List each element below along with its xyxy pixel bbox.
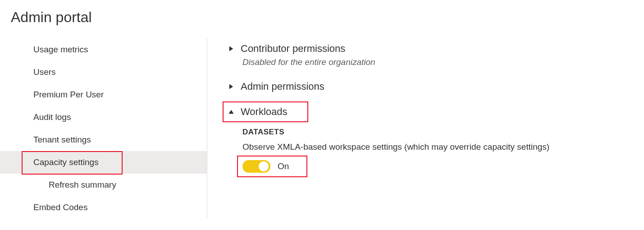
caret-right-icon: [228, 46, 234, 52]
section-status: Disabled for the entire organization: [242, 57, 644, 67]
sidebar: Usage metrics Users Premium Per User Aud…: [0, 38, 207, 219]
sidebar-item-refresh-summary[interactable]: Refresh summary: [0, 174, 207, 196]
caret-right-icon: [228, 83, 234, 90]
datasets-description: Observe XMLA-based workspace settings (w…: [242, 142, 644, 152]
sidebar-item-tenant-settings[interactable]: Tenant settings: [0, 129, 207, 151]
section-workloads: Workloads DATASETS Observe XMLA-based wo…: [228, 106, 644, 173]
sidebar-item-capacity-settings[interactable]: Capacity settings: [0, 151, 207, 174]
section-contributor-permissions: Contributor permissions Disabled for the…: [228, 43, 644, 67]
svg-marker-0: [229, 46, 233, 51]
toggle-knob: [259, 161, 269, 171]
caret-up-icon: [228, 109, 234, 115]
section-title: Admin permissions: [241, 81, 324, 92]
toggle-state-label: On: [278, 161, 289, 171]
section-header-contributor-permissions[interactable]: Contributor permissions: [228, 43, 644, 55]
main-panel: Contributor permissions Disabled for the…: [207, 38, 644, 219]
datasets-heading: DATASETS: [242, 128, 644, 137]
svg-marker-1: [229, 84, 233, 89]
content-row: Usage metrics Users Premium Per User Aud…: [0, 38, 644, 219]
sidebar-item-usage-metrics[interactable]: Usage metrics: [0, 38, 207, 61]
section-header-workloads[interactable]: Workloads: [228, 106, 644, 118]
svg-marker-2: [228, 110, 233, 114]
datasets-toggle-row: On: [242, 160, 644, 173]
sidebar-item-label: Capacity settings: [33, 157, 99, 167]
sidebar-item-premium-per-user[interactable]: Premium Per User: [0, 83, 207, 106]
section-title: Workloads: [241, 106, 288, 118]
sidebar-item-audit-logs[interactable]: Audit logs: [0, 106, 207, 129]
xmla-toggle[interactable]: [242, 160, 270, 173]
section-header-admin-permissions[interactable]: Admin permissions: [228, 81, 644, 92]
section-admin-permissions: Admin permissions: [228, 81, 644, 92]
sidebar-item-users[interactable]: Users: [0, 61, 207, 83]
workloads-datasets: DATASETS Observe XMLA-based workspace se…: [242, 128, 644, 173]
section-title: Contributor permissions: [241, 43, 345, 55]
sidebar-item-embed-codes[interactable]: Embed Codes: [0, 196, 207, 219]
page-title: Admin portal: [0, 0, 644, 30]
